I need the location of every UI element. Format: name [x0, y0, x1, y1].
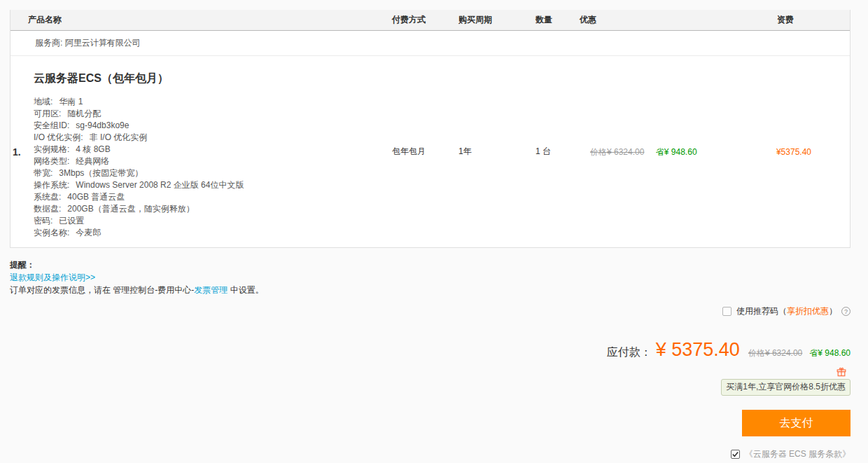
item-number: 1.	[13, 146, 21, 158]
invoice-management-link[interactable]: 发票管理	[194, 285, 227, 295]
terms-label: 《云服务器 ECS 服务条款》	[745, 448, 850, 460]
provider-label: 服务商: 阿里云计算有限公司	[35, 37, 141, 49]
product-title: 云服务器ECS（包年包月）	[34, 71, 392, 86]
spec-region: 地域:华南 1	[34, 96, 392, 108]
column-header-period: 购买周期	[458, 14, 536, 26]
referral-discount-link[interactable]: 享折扣优惠	[787, 305, 829, 317]
column-header-payment: 付费方式	[392, 14, 458, 26]
spec-instance-type: 实例规格:4 核 8GB	[34, 144, 392, 156]
item-period: 1年	[458, 146, 536, 158]
terms-checkbox[interactable]	[731, 450, 740, 459]
checkmark-icon	[732, 450, 739, 458]
spec-system-disk: 系统盘:40GB 普通云盘	[34, 191, 392, 203]
payment-summary-row: 应付款： ¥ 5375.40 价格¥ 6324.00 省¥ 948.60	[607, 339, 850, 361]
help-icon[interactable]: ?	[841, 307, 850, 316]
spec-zone: 可用区:随机分配	[34, 108, 392, 120]
spec-bandwidth: 带宽:3Mbps（按固定带宽）	[34, 167, 392, 179]
spec-password: 密码:已设置	[34, 215, 392, 227]
item-payment-method: 包年包月	[392, 146, 458, 158]
spec-data-disk: 数据盘:200GB（普通云盘，随实例释放）	[34, 203, 392, 215]
spec-os: 操作系统:Windows Server 2008 R2 企业版 64位中文版	[34, 179, 392, 191]
pay-button[interactable]: 去支付	[742, 410, 850, 436]
summary-savings: 省¥ 948.60	[809, 347, 850, 359]
column-header-fee: 资费	[770, 14, 850, 26]
column-header-product: 产品名称	[10, 14, 392, 26]
item-fee: ¥5375.40	[770, 147, 850, 157]
order-card: 产品名称 付费方式 购买周期 数量 优惠 资费 服务商: 阿里云计算有限公司 1…	[10, 10, 850, 248]
invoice-note: 订单对应的发票信息，请在 管理控制台-费用中心-发票管理 中设置。	[10, 284, 868, 296]
invoice-note-suffix: 中设置。	[227, 285, 263, 295]
table-header-row: 产品名称 付费方式 购买周期 数量 优惠 资费	[10, 10, 850, 31]
spec-instance-name: 实例名称:今麦郎	[34, 227, 392, 239]
referral-label-prefix: 使用推荐码（	[736, 305, 787, 317]
item-quantity: 1 台	[536, 146, 580, 158]
promo-tag: 买满1年,立享官网价格8.5折优惠	[721, 379, 850, 396]
product-cell: 云服务器ECS（包年包月） 地域:华南 1 可用区:随机分配 安全组ID:sg-…	[10, 56, 392, 247]
payable-amount: ¥ 5375.40	[656, 339, 740, 361]
order-item-row: 1. 云服务器ECS（包年包月） 地域:华南 1 可用区:随机分配 安全组ID:…	[10, 56, 850, 247]
refund-rules-link[interactable]: 退款规则及操作说明>>	[10, 272, 95, 282]
reminder-title: 提醒：	[10, 258, 868, 271]
gift-icon	[836, 367, 846, 377]
summary-column: 使用推荐码（享折扣优惠） ? 应付款： ¥ 5375.40 价格¥ 6324.0…	[0, 296, 850, 460]
terms-row: 《云服务器 ECS 服务条款》	[731, 448, 850, 460]
column-header-discount: 优惠	[580, 14, 770, 26]
provider-row: 服务商: 阿里云计算有限公司	[10, 31, 850, 56]
referral-label-suffix: ）	[829, 305, 837, 317]
item-original-price: 价格¥ 6324.00	[590, 147, 644, 157]
summary-original-price: 价格¥ 6324.00	[748, 347, 802, 359]
item-discount-cell: 价格¥ 6324.00 省¥ 948.60	[580, 145, 770, 158]
spec-network-type: 网络类型:经典网络	[34, 156, 392, 167]
invoice-note-prefix: 订单对应的发票信息，请在 管理控制台-费用中心-	[10, 285, 194, 295]
reminder-block: 提醒： 退款规则及操作说明>> 订单对应的发票信息，请在 管理控制台-费用中心-…	[10, 258, 868, 296]
item-savings: 省¥ 948.60	[656, 147, 697, 157]
spec-security-group: 安全组ID:sg-94db3ko9e	[34, 120, 392, 132]
spec-io-optimized: I/O 优化实例:非 I/O 优化实例	[34, 132, 392, 144]
referral-code-checkbox[interactable]	[722, 307, 732, 316]
column-header-quantity: 数量	[536, 14, 580, 26]
payable-label: 应付款：	[607, 345, 652, 360]
referral-code-row: 使用推荐码（享折扣优惠） ?	[722, 305, 850, 317]
